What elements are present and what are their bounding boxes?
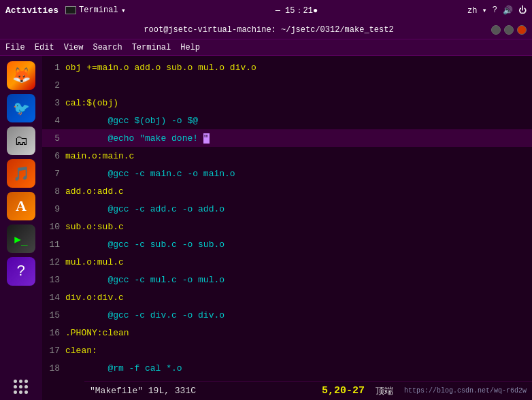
line-number: 4 bbox=[42, 116, 65, 126]
table-row: 17 clean: bbox=[42, 341, 532, 359]
line-number: 1 bbox=[42, 63, 65, 73]
menu-edit[interactable]: Edit bbox=[35, 43, 54, 52]
line-content: @rm -f cal *.o bbox=[65, 363, 532, 373]
taskbar-lang[interactable]: zh ▾ bbox=[467, 5, 487, 16]
table-row: 14 div.o:div.c bbox=[42, 288, 532, 306]
line-content: @gcc -c add.c -o add.o bbox=[65, 204, 532, 214]
status-top-label: 顶端 bbox=[376, 385, 393, 397]
line-number: 10 bbox=[42, 222, 65, 232]
taskbar-left: Activities Terminal ▾ bbox=[5, 5, 126, 16]
status-file-info: "Makefile" 19L, 331C bbox=[90, 386, 322, 396]
cursor: " bbox=[203, 133, 210, 144]
sidebar-icon-help[interactable]: ? bbox=[7, 257, 35, 286]
line-number: 18 bbox=[42, 363, 65, 373]
taskbar-help-icon: ? bbox=[493, 5, 497, 15]
line-content: @echo "make done! " bbox=[65, 133, 532, 144]
sidebar-icon-firefox[interactable]: 🦊 bbox=[7, 61, 35, 90]
table-row: 1 obj +=main.o add.o sub.o mul.o div.o bbox=[42, 59, 532, 76]
taskbar-top: Activities Terminal ▾ — 15：21● zh ▾ ? 🔊 … bbox=[0, 0, 532, 20]
line-number: 13 bbox=[42, 275, 65, 285]
table-row: 6 main.o:main.c bbox=[42, 147, 532, 165]
line-content: clean: bbox=[65, 346, 532, 356]
menu-search[interactable]: Search bbox=[93, 43, 122, 52]
status-right: 5,20-27 顶端 https://blog.csdn.net/wq-r6d2… bbox=[322, 385, 527, 397]
sidebar: 🦊 🐦 🗂 🎵 A ▶_ ? bbox=[0, 56, 42, 400]
line-number: 7 bbox=[42, 169, 65, 179]
table-row: 10 sub.o:sub.c bbox=[42, 218, 532, 235]
taskbar-time: — 15：21● bbox=[276, 5, 318, 16]
sidebar-icon-terminal[interactable]: ▶_ bbox=[7, 224, 35, 253]
line-content: main.o:main.c bbox=[65, 151, 532, 161]
menu-help[interactable]: Help bbox=[180, 43, 200, 52]
taskbar-right: zh ▾ ? 🔊 ⏻ bbox=[467, 5, 527, 16]
line-content: mul.o:mul.c bbox=[65, 257, 532, 267]
menubar: File Edit View Search Terminal Help bbox=[0, 39, 532, 56]
line-number: 17 bbox=[42, 346, 65, 356]
line-content: @gcc $(obj) -o $@ bbox=[65, 116, 532, 126]
line-content: .PHONY:clean bbox=[65, 328, 532, 338]
table-row: 13 @gcc -c mul.c -o mul.o bbox=[42, 271, 532, 288]
maximize-button[interactable] bbox=[504, 25, 514, 35]
sidebar-icon-files[interactable]: 🗂 bbox=[7, 127, 35, 155]
line-number: 6 bbox=[42, 151, 65, 161]
table-row: 2 bbox=[42, 76, 532, 94]
status-bar: "Makefile" 19L, 331C 5,20-27 顶端 https://… bbox=[84, 381, 532, 400]
line-content: @gcc -c div.c -o div.o bbox=[65, 310, 532, 320]
table-row: 4 @gcc $(obj) -o $@ bbox=[42, 112, 532, 129]
line-number: 2 bbox=[42, 80, 65, 90]
table-row: 11 @gcc -c sub.c -o sub.o bbox=[42, 235, 532, 253]
line-number: 5 bbox=[42, 133, 65, 144]
terminal-taskbar-icon bbox=[65, 6, 76, 14]
table-row: 9 @gcc -c add.c -o add.o bbox=[42, 200, 532, 218]
sidebar-bottom-apps[interactable] bbox=[14, 380, 29, 395]
menu-terminal[interactable]: Terminal bbox=[132, 43, 171, 52]
line-number: 9 bbox=[42, 204, 65, 214]
line-content: cal:$(obj) bbox=[65, 98, 532, 108]
code-area[interactable]: 1 obj +=main.o add.o sub.o mul.o div.o 2… bbox=[42, 56, 532, 381]
window-title: root@jsetc-virtual-machine: ~/jsetc/0312… bbox=[46, 25, 491, 35]
window-controls bbox=[491, 25, 527, 35]
minimize-button[interactable] bbox=[491, 25, 501, 35]
table-row: 7 @gcc -c main.c -o main.o bbox=[42, 165, 532, 182]
window-titlebar: root@jsetc-virtual-machine: ~/jsetc/0312… bbox=[0, 20, 532, 39]
table-row: 3 cal:$(obj) bbox=[42, 94, 532, 112]
line-content: obj +=main.o add.o sub.o mul.o div.o bbox=[65, 63, 532, 73]
table-row: 15 @gcc -c div.c -o div.o bbox=[42, 306, 532, 324]
line-content: @gcc -c mul.c -o mul.o bbox=[65, 275, 532, 285]
taskbar-volume-icon[interactable]: 🔊 bbox=[503, 5, 513, 16]
status-position: 5,20-27 bbox=[322, 385, 365, 397]
line-content: add.o:add.c bbox=[65, 186, 532, 197]
line-number: 12 bbox=[42, 257, 65, 267]
line-content: @gcc -c main.c -o main.o bbox=[65, 169, 532, 179]
taskbar-power-icon[interactable]: ⏻ bbox=[518, 5, 527, 16]
sidebar-icon-thunderbird[interactable]: 🐦 bbox=[7, 94, 35, 122]
terminal-taskbar-chevron: ▾ bbox=[121, 5, 126, 16]
menu-view[interactable]: View bbox=[64, 43, 84, 52]
sidebar-icon-rhythmbox[interactable]: 🎵 bbox=[7, 159, 35, 188]
terminal-taskbar-button[interactable]: Terminal ▾ bbox=[65, 5, 126, 16]
line-number: 14 bbox=[42, 293, 65, 303]
apps-grid-icon bbox=[14, 380, 29, 395]
table-row: 5 @echo "make done! " bbox=[42, 129, 532, 147]
menu-file[interactable]: File bbox=[5, 43, 25, 52]
line-number: 11 bbox=[42, 239, 65, 250]
close-button[interactable] bbox=[517, 25, 527, 35]
line-number: 15 bbox=[42, 310, 65, 320]
line-content: sub.o:sub.c bbox=[65, 222, 532, 232]
line-content: div.o:div.c bbox=[65, 293, 532, 303]
table-row: 12 mul.o:mul.c bbox=[42, 253, 532, 271]
line-number: 16 bbox=[42, 328, 65, 338]
table-row: 16 .PHONY:clean bbox=[42, 324, 532, 341]
editor: 1 obj +=main.o add.o sub.o mul.o div.o 2… bbox=[42, 56, 532, 400]
line-number: 8 bbox=[42, 186, 65, 197]
status-watermark: https://blog.csdn.net/wq-r6d2w bbox=[404, 387, 527, 395]
sidebar-icon-software[interactable]: A bbox=[7, 192, 35, 220]
line-number: 3 bbox=[42, 98, 65, 108]
table-row: 8 add.o:add.c bbox=[42, 182, 532, 200]
terminal-taskbar-label: Terminal bbox=[79, 5, 118, 15]
table-row: 18 @rm -f cal *.o bbox=[42, 359, 532, 377]
line-content: @gcc -c sub.c -o sub.o bbox=[65, 239, 532, 250]
activities-button[interactable]: Activities bbox=[5, 5, 59, 16]
